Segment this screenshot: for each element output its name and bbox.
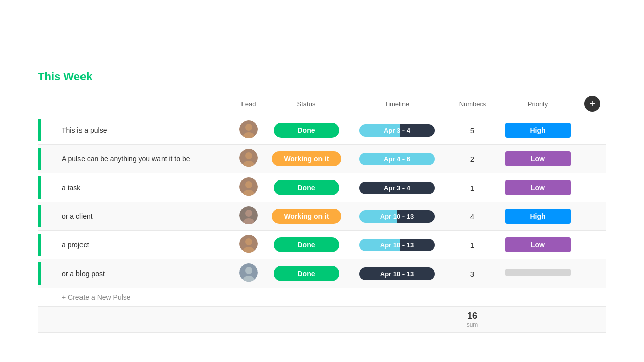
table-row: a task Done Apr 3 - 4 1 Low [38,173,606,202]
indicator-bar [38,176,41,199]
row-indicator [38,145,54,173]
row-status[interactable]: Done [266,116,347,145]
priority-badge[interactable] [505,269,571,276]
timeline-badge[interactable]: Apr 4 - 6 [359,153,435,165]
row-status[interactable]: Working on it [266,202,347,231]
sum-label: sum [453,321,492,328]
avatar[interactable] [239,206,258,224]
create-pulse-indicator [38,288,54,307]
priority-badge[interactable]: Low [505,237,571,252]
svg-point-10 [245,210,252,217]
row-name[interactable]: a project [54,231,231,259]
avatar[interactable] [239,120,258,138]
timeline-badge[interactable]: Apr 10 - 13 [359,239,435,251]
col-lead-header: Lead [231,92,266,116]
row-action [578,116,606,145]
row-timeline[interactable]: Apr 10 - 13 [347,259,447,288]
row-priority[interactable]: High [498,202,578,231]
row-status[interactable]: Working on it [266,145,347,173]
row-priority[interactable]: Low [498,145,578,173]
row-timeline[interactable]: Apr 10 - 13 [347,231,447,259]
row-lead[interactable] [231,145,266,173]
avatar[interactable] [239,177,258,196]
avatar[interactable] [239,235,258,253]
create-pulse-label[interactable]: + Create a New Pulse [54,288,606,307]
timeline-badge[interactable]: Apr 3 - 4 [359,182,435,194]
indicator-bar [38,148,41,170]
avatar[interactable] [239,149,258,167]
timeline-badge[interactable]: Apr 3 - 4 [359,124,435,137]
col-add-header: + [578,92,606,116]
create-pulse-row[interactable]: + Create a New Pulse [38,288,606,307]
table-row: or a blog post Done Apr 10 - 13 3 [38,259,606,288]
row-status[interactable]: Done [266,231,347,259]
row-timeline[interactable]: Apr 4 - 6 [347,145,447,173]
row-timeline[interactable]: Apr 10 - 13 [347,202,447,231]
sum-empty-1 [38,307,54,333]
row-numbers: 1 [447,231,498,259]
col-indicator-header [38,92,54,116]
row-timeline[interactable]: Apr 3 - 4 [347,173,447,202]
row-name[interactable]: or a client [54,202,231,231]
sum-value: 16 [453,311,492,321]
priority-badge[interactable]: Low [505,151,571,166]
col-status-header: Status [266,92,347,116]
sum-empty-4 [266,307,347,333]
row-lead[interactable] [231,259,266,288]
row-name[interactable]: a task [54,173,231,202]
row-indicator [38,173,54,202]
row-priority[interactable]: High [498,116,578,145]
status-badge[interactable]: Done [274,237,339,252]
priority-badge[interactable]: High [505,209,571,224]
row-lead[interactable] [231,202,266,231]
row-name[interactable]: This is a pulse [54,116,231,145]
row-status[interactable]: Done [266,173,347,202]
row-indicator [38,259,54,288]
row-action [578,173,606,202]
indicator-bar [38,234,41,256]
row-numbers: 5 [447,116,498,145]
timeline-badge[interactable]: Apr 10 - 13 [359,210,435,223]
row-priority[interactable]: Low [498,173,578,202]
row-status[interactable]: Done [266,259,347,288]
status-badge[interactable]: Done [274,180,339,195]
row-timeline[interactable]: Apr 3 - 4 [347,116,447,145]
row-name[interactable]: A pulse can be anything you want it to b… [54,145,231,173]
create-pulse-text[interactable]: + Create a New Pulse [62,293,131,301]
status-badge[interactable]: Done [274,266,339,281]
sum-cell: 16 sum [447,307,498,333]
row-action [578,259,606,288]
board-title: This Week [38,70,606,83]
indicator-bar [38,119,41,141]
status-badge[interactable]: Working on it [272,151,341,166]
add-column-button[interactable]: + [584,96,600,112]
table-row: A pulse can be anything you want it to b… [38,145,606,173]
status-badge[interactable]: Working on it [272,209,341,224]
avatar[interactable] [239,263,258,282]
svg-point-1 [245,124,252,131]
priority-badge[interactable]: High [505,123,571,138]
row-name[interactable]: or a blog post [54,259,231,288]
row-priority[interactable]: Low [498,231,578,259]
row-indicator [38,202,54,231]
timeline-badge[interactable]: Apr 10 - 13 [359,267,435,280]
row-lead[interactable] [231,231,266,259]
sum-empty-3 [231,307,266,333]
row-lead[interactable] [231,173,266,202]
sum-row: 16 sum [38,307,606,333]
sum-empty-6 [498,307,578,333]
row-priority[interactable] [498,259,578,288]
row-action [578,231,606,259]
col-numbers-header: Numbers [447,92,498,116]
table-row: This is a pulse Done Apr 3 - 4 5 High [38,116,606,145]
priority-badge[interactable]: Low [505,180,571,195]
table-row: or a client Working on it Apr 10 - 13 4 … [38,202,606,231]
indicator-bar [38,205,41,227]
indicator-bar [38,262,41,285]
table-row: a project Done Apr 10 - 13 1 Low [38,231,606,259]
row-lead[interactable] [231,116,266,145]
status-badge[interactable]: Done [274,123,339,138]
row-indicator [38,116,54,145]
svg-point-16 [245,267,252,274]
row-numbers: 2 [447,145,498,173]
